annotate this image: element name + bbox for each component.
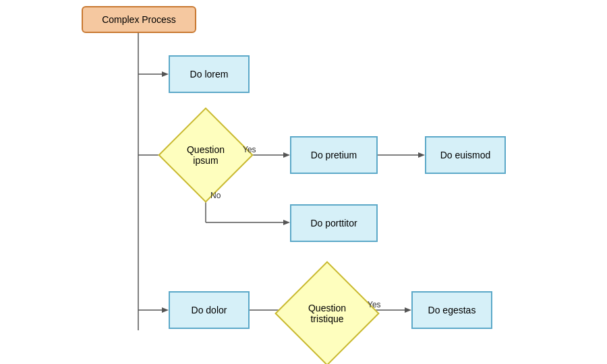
do-pretium-label: Do pretium (311, 150, 357, 160)
svg-marker-8 (418, 152, 425, 158)
do-dolor-node: Do dolor (169, 291, 250, 329)
no1-label: No (210, 191, 221, 200)
start-label: Complex Process (102, 14, 176, 25)
yes1-label: Yes (243, 145, 256, 154)
do-dolor-label: Do dolor (192, 305, 227, 315)
flowchart-diagram: Complex Process Do lorem Question ipsum … (0, 0, 607, 364)
svg-marker-13 (162, 307, 169, 313)
do-pretium-node: Do pretium (290, 136, 378, 174)
do-lorem-label: Do lorem (190, 69, 229, 80)
question-ipsum-node: Question ipsum (158, 107, 253, 202)
do-euismod-label: Do euismod (440, 150, 491, 160)
svg-marker-11 (283, 220, 290, 225)
do-lorem-node: Do lorem (169, 55, 250, 93)
question-tristique-node: Question tristique (274, 261, 380, 364)
do-egestas-node: Do egestas (411, 291, 492, 329)
do-porttitor-node: Do porttitor (290, 204, 378, 242)
question-ipsum-label: Question ipsum (187, 144, 225, 166)
do-euismod-node: Do euismod (425, 136, 506, 174)
start-node: Complex Process (82, 6, 196, 33)
question-tristique-label: Question tristique (308, 303, 346, 324)
yes2-label: Yes (368, 300, 381, 309)
svg-marker-2 (162, 71, 169, 77)
do-egestas-label: Do egestas (428, 305, 476, 315)
svg-marker-17 (405, 307, 411, 313)
svg-marker-6 (283, 152, 290, 158)
do-porttitor-label: Do porttitor (310, 218, 357, 229)
